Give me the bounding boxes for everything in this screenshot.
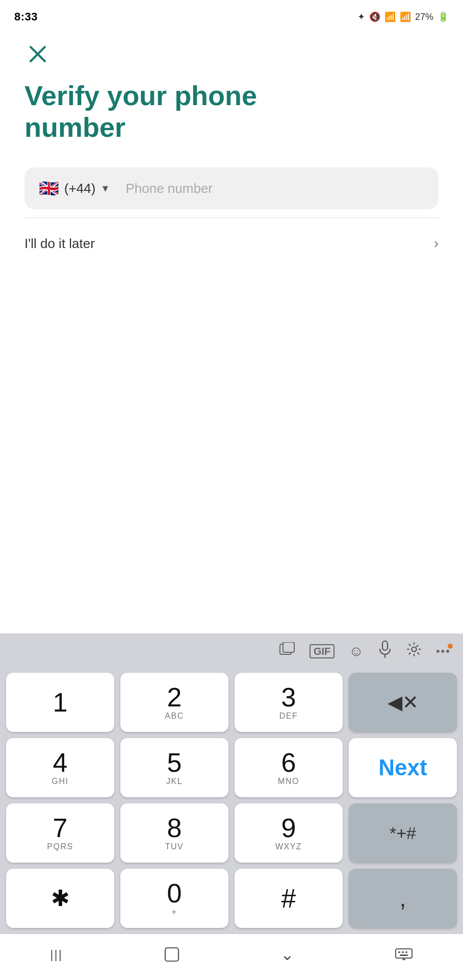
- key-1[interactable]: 1: [6, 673, 114, 732]
- status-bar: 8:33 ✦ 🔇 📶 📶 27% 🔋: [0, 0, 463, 31]
- signal-icon: 📶: [400, 11, 411, 22]
- key-5[interactable]: 5 JKL: [120, 738, 228, 797]
- key-star[interactable]: ✱: [6, 869, 114, 928]
- emoji-icon[interactable]: ☺: [349, 643, 364, 659]
- keyboard-grid: 1 2 ABC 3 DEF ◀✕ 4 GHI 5 JKL 6 MNO Next: [0, 669, 463, 934]
- key-2[interactable]: 2 ABC: [120, 673, 228, 732]
- nav-keyboard-button[interactable]: [382, 942, 425, 967]
- key-hash[interactable]: #: [235, 869, 343, 928]
- svg-rect-7: [165, 948, 178, 961]
- bluetooth-icon: ✦: [357, 11, 365, 22]
- key-6[interactable]: 6 MNO: [235, 738, 343, 797]
- phone-input-wrapper: 🇬🇧 (+44) ▾: [24, 167, 439, 209]
- main-content: Verify your phone number 🇬🇧 (+44) ▾ I'll…: [0, 31, 463, 633]
- wifi-icon: 📶: [384, 11, 396, 22]
- more-icon[interactable]: •••: [436, 645, 451, 658]
- key-9[interactable]: 9 WXYZ: [235, 803, 343, 863]
- key-next[interactable]: Next: [349, 738, 457, 797]
- key-symbols[interactable]: *+#: [349, 803, 457, 863]
- keyboard-toolbar: GIF ☺ •••: [0, 633, 463, 669]
- key-backspace[interactable]: ◀✕: [349, 673, 457, 732]
- chevron-down-icon: ▾: [102, 182, 108, 195]
- microphone-icon[interactable]: [378, 641, 392, 662]
- do-later-label: I'll do it later: [24, 236, 95, 252]
- country-code: (+44): [64, 181, 95, 197]
- input-divider: [120, 179, 121, 198]
- phone-number-input[interactable]: [125, 181, 424, 197]
- country-flag: 🇬🇧: [39, 179, 59, 198]
- battery-icon: 🔋: [438, 11, 449, 22]
- close-button[interactable]: [24, 41, 51, 67]
- country-selector[interactable]: 🇬🇧 (+44) ▾: [39, 179, 116, 198]
- nav-back-button[interactable]: |||: [38, 942, 75, 967]
- keyboard-area: GIF ☺ ••• 1 2 ABC 3 DEF: [0, 633, 463, 980]
- key-comma[interactable]: ,: [349, 869, 457, 928]
- battery-level: 27%: [415, 12, 433, 22]
- svg-point-6: [411, 647, 416, 652]
- svg-rect-4: [382, 641, 388, 650]
- svg-rect-9: [398, 951, 400, 953]
- nav-home-button[interactable]: [151, 941, 193, 968]
- svg-rect-11: [405, 951, 407, 953]
- nav-down-button[interactable]: ⌄: [268, 940, 306, 969]
- key-4[interactable]: 4 GHI: [6, 738, 114, 797]
- key-8[interactable]: 8 TUV: [120, 803, 228, 863]
- page-title: Verify your phone number: [24, 80, 341, 143]
- key-0[interactable]: 0 +: [120, 869, 228, 928]
- gif-icon[interactable]: GIF: [310, 644, 335, 658]
- svg-rect-12: [400, 954, 408, 956]
- sticker-icon[interactable]: [279, 642, 295, 660]
- svg-rect-3: [283, 642, 294, 652]
- silent-icon: 🔇: [369, 11, 380, 22]
- key-3[interactable]: 3 DEF: [235, 673, 343, 732]
- svg-rect-10: [402, 951, 404, 953]
- chevron-right-icon: ›: [434, 235, 439, 252]
- bottom-nav: ||| ⌄: [0, 934, 463, 980]
- svg-rect-8: [396, 949, 412, 958]
- do-later-button[interactable]: I'll do it later ›: [24, 218, 439, 269]
- status-time: 8:33: [14, 10, 38, 23]
- key-7[interactable]: 7 PQRS: [6, 803, 114, 863]
- status-icons: ✦ 🔇 📶 📶 27% 🔋: [357, 11, 449, 22]
- settings-icon[interactable]: [406, 642, 422, 660]
